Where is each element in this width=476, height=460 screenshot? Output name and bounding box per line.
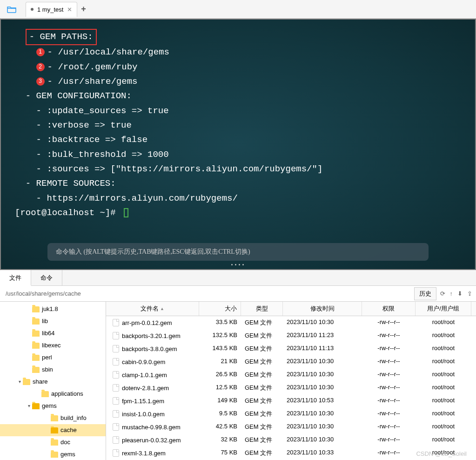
add-tab-button[interactable]: + xyxy=(81,4,86,14)
file-mtime: 2023/11/10 10:30 xyxy=(283,318,362,328)
col-type[interactable]: 类型 xyxy=(241,302,283,316)
history-button[interactable]: 历史 xyxy=(414,287,436,300)
file-type: GEM 文件 xyxy=(241,409,283,419)
folder-icon xyxy=(51,452,58,458)
file-perm: -rw-r--r-- xyxy=(362,383,416,393)
resize-handle-icon[interactable]: •••• xyxy=(230,263,245,268)
gem-path-2: - /root/.gem/ruby xyxy=(47,62,138,72)
file-row[interactable]: backports-3.20.1.gem132.5 KBGEM 文件2023/1… xyxy=(106,329,476,342)
file-row[interactable]: arr-pm-0.0.12.gem33.5 KBGEM 文件2023/11/10… xyxy=(106,316,476,329)
file-row[interactable]: backports-3.8.0.gem143.5 KBGEM 文件2023/11… xyxy=(106,342,476,355)
gem-config-heading: - GEM CONFIGURATION: xyxy=(15,89,461,103)
col-perm[interactable]: 权限 xyxy=(362,302,416,316)
file-name: backports-3.8.0.gem xyxy=(122,345,177,352)
file-owner: root/root xyxy=(416,370,471,380)
file-size: 21 KB xyxy=(199,357,241,367)
export-icon[interactable]: ⇪ xyxy=(467,290,472,297)
refresh-icon[interactable]: ⟳ xyxy=(440,290,445,297)
file-perm: -rw-r--r-- xyxy=(362,448,416,458)
gem-path-3: - /usr/share/gems xyxy=(47,76,138,87)
file-row[interactable]: rexml-3.1.8.gem75 KBGEM 文件2023/11/10 10:… xyxy=(106,446,476,460)
file-panel: 文件 命令 /usr/local/share/gems/cache 历史 ⟳ ↑… xyxy=(0,270,476,460)
tree-item-doc[interactable]: doc xyxy=(0,436,106,448)
col-name[interactable]: 文件名▲ xyxy=(106,302,199,316)
folder-icon xyxy=(32,403,40,409)
file-name: rexml-3.1.8.gem xyxy=(122,450,166,457)
tree-item-share[interactable]: ▾share xyxy=(0,376,106,388)
file-row[interactable]: fpm-1.15.1.gem149 KBGEM 文件2023/11/10 10:… xyxy=(106,394,476,407)
tree-item-build_info[interactable]: build_info xyxy=(0,412,106,424)
file-owner: root/root xyxy=(416,448,471,458)
file-name: clamp-1.0.1.gem xyxy=(122,372,167,379)
terminal[interactable]: - GEM PATHS: 1- /usr/local/share/gems 2-… xyxy=(0,19,476,270)
file-type: GEM 文件 xyxy=(241,318,283,328)
file-size: 149 KB xyxy=(199,396,241,406)
file-perm: -rw-r--r-- xyxy=(362,344,416,354)
config-line: - :update_sources => true xyxy=(15,104,461,118)
tree-item-gems[interactable]: ▾gems xyxy=(0,400,106,412)
tree-item-perl[interactable]: perl xyxy=(0,352,106,364)
tree-item-libexec[interactable]: libexec xyxy=(0,339,106,352)
tree-item-label: gems xyxy=(42,401,57,411)
col-size[interactable]: 大小 xyxy=(199,302,241,316)
file-mtime: 2023/11/10 10:30 xyxy=(283,383,362,393)
file-size: 42.5 KB xyxy=(199,422,241,432)
gem-paths-heading: - GEM PATHS: xyxy=(26,29,97,45)
upload-icon[interactable]: ↑ xyxy=(450,290,453,297)
tree-item-lib[interactable]: lib xyxy=(0,315,106,327)
file-type: GEM 文件 xyxy=(241,357,283,367)
folder-icon xyxy=(32,318,40,325)
file-owner: root/root xyxy=(416,422,471,432)
file-row[interactable]: cabin-0.9.0.gem21 KBGEM 文件2023/11/10 10:… xyxy=(106,355,476,368)
file-row[interactable]: pleaserun-0.0.32.gem32 KBGEM 文件2023/11/1… xyxy=(106,433,476,446)
path-bar: /usr/local/share/gems/cache 历史 ⟳ ↑ ⬇ ⇪ xyxy=(0,286,476,302)
tree-item-juk1.8[interactable]: juk1.8 xyxy=(0,303,106,315)
file-icon xyxy=(113,410,119,418)
col-mtime[interactable]: 修改时间 xyxy=(283,302,362,316)
folder-icon xyxy=(51,440,58,446)
file-owner: root/root xyxy=(416,318,471,328)
chevron-down-icon[interactable]: ▾ xyxy=(16,377,23,386)
config-line: - :bulk_threshold => 1000 xyxy=(15,148,461,162)
file-size: 9.5 KB xyxy=(199,409,241,419)
file-row[interactable]: mustache-0.99.8.gem42.5 KBGEM 文件2023/11/… xyxy=(106,420,476,433)
file-size: 143.5 KB xyxy=(199,344,241,354)
tree-item-lib64[interactable]: lib64 xyxy=(0,327,106,339)
file-icon xyxy=(113,397,119,405)
download-icon[interactable]: ⬇ xyxy=(457,290,463,297)
file-list-header: 文件名▲ 大小 类型 修改时间 权限 用户/用户组 xyxy=(106,302,476,316)
tree-item-cache[interactable]: cache xyxy=(0,424,106,436)
file-owner: root/root xyxy=(416,357,471,367)
file-perm: -rw-r--r-- xyxy=(362,370,416,380)
tab-command[interactable]: 命令 xyxy=(31,270,62,285)
file-row[interactable]: insist-1.0.0.gem9.5 KBGEM 文件2023/11/10 1… xyxy=(106,407,476,420)
command-input-hint[interactable]: 命令输入 (按ALT键提示历史,TAB键路径,ESC键返回,双击CTRL切换) xyxy=(47,243,429,261)
tree-item-gems[interactable]: gems xyxy=(0,448,106,460)
file-size: 32 KB xyxy=(199,435,241,445)
folder-open-icon[interactable] xyxy=(5,4,19,15)
tree-item-sbin[interactable]: sbin xyxy=(0,364,106,376)
remote-source-line: - https://mirrors.aliyun.com/rubygems/ xyxy=(15,191,461,206)
file-row[interactable]: clamp-1.0.1.gem26.5 KBGEM 文件2023/11/10 1… xyxy=(106,368,476,381)
file-perm: -rw-r--r-- xyxy=(362,357,416,367)
tree-item-applications[interactable]: applications xyxy=(0,388,106,400)
file-perm: -rw-r--r-- xyxy=(362,318,416,328)
file-icon xyxy=(113,319,119,326)
col-owner[interactable]: 用户/用户组 xyxy=(416,302,471,316)
file-mtime: 2023/11/10 11:23 xyxy=(283,331,362,341)
file-mtime: 2023/11/10 11:13 xyxy=(283,344,362,354)
file-name: mustache-0.99.8.gem xyxy=(122,424,181,431)
tab-my-test[interactable]: 1 my_test ✕ xyxy=(26,2,77,17)
file-owner: root/root xyxy=(416,331,471,341)
sort-asc-icon: ▲ xyxy=(160,306,164,311)
file-row[interactable]: dotenv-2.8.1.gem12.5 KBGEM 文件2023/11/10 … xyxy=(106,381,476,394)
tab-file[interactable]: 文件 xyxy=(0,270,31,286)
file-type: GEM 文件 xyxy=(241,344,283,354)
chevron-down-icon[interactable]: ▾ xyxy=(26,401,32,411)
folder-tree[interactable]: juk1.8liblib64libexecperlsbin▾shareappli… xyxy=(0,302,106,460)
close-icon[interactable]: ✕ xyxy=(67,6,72,13)
tree-item-label: gems xyxy=(60,450,75,459)
folder-icon xyxy=(32,306,40,312)
current-path[interactable]: /usr/local/share/gems/cache xyxy=(4,290,414,297)
shell-prompt: [root@localhost ~]# xyxy=(15,206,461,220)
